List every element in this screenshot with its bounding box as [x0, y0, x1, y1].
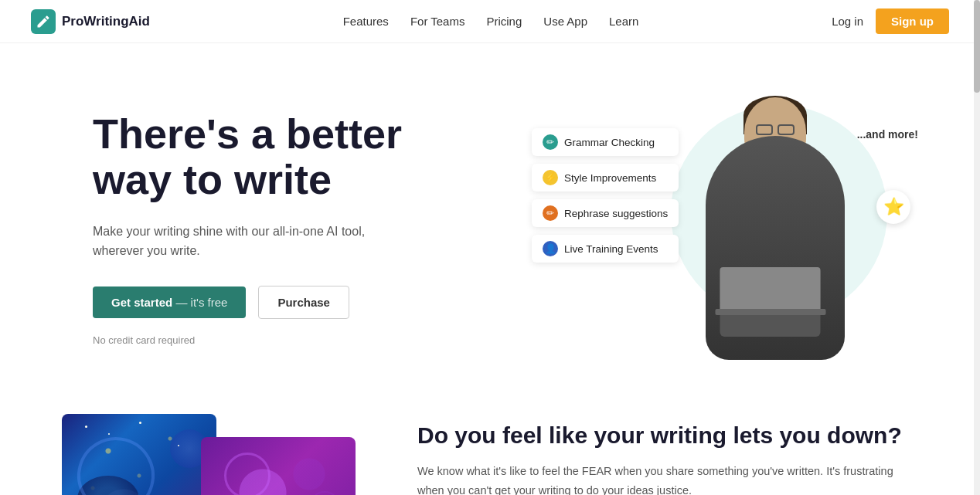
starry-night-image [62, 414, 216, 495]
hero-title: There's a better way to write [93, 111, 464, 203]
glasses-right [778, 124, 795, 135]
logo-icon [36, 14, 51, 29]
star-badge: ⭐ [876, 190, 910, 224]
glasses-left [756, 124, 773, 135]
feature-pill-rephrase: ✏ Rephrase suggestions [532, 199, 679, 227]
hero-note: No credit card required [93, 334, 464, 346]
get-started-button[interactable]: Get started — it's free [93, 286, 246, 318]
laptop-screen [720, 267, 821, 309]
signup-button[interactable]: Sign up [876, 8, 949, 34]
scrollbar-track[interactable] [974, 0, 980, 495]
second-section-title: Do you feel like your writing lets you d… [417, 422, 918, 449]
laptop-base [715, 309, 825, 315]
nav-links: Features For Teams Pricing Use App Learn [343, 15, 639, 28]
feature-pills: ✏ Grammar Checking ⚡ Style Improvements … [532, 128, 679, 263]
feature-pill-training: 👤 Live Training Events [532, 235, 679, 263]
purple-image [201, 437, 356, 495]
person-figure [663, 90, 887, 360]
second-section: My idea in my head Do you feel like your… [0, 398, 980, 495]
grammar-icon: ✏ [543, 134, 558, 150]
training-icon: 👤 [543, 241, 558, 256]
feature-pill-style: ⚡ Style Improvements [532, 164, 679, 192]
hero-subtitle: Make your writing shine with our all-in-… [93, 222, 386, 261]
nav-link-pricing[interactable]: Pricing [486, 15, 522, 28]
glasses [756, 124, 795, 135]
feature-label-grammar: Grammar Checking [564, 137, 655, 148]
nav-brand[interactable]: ProWritingAid [31, 9, 150, 34]
hero-title-line1: There's a better [93, 110, 402, 157]
nav-link-learn[interactable]: Learn [609, 15, 638, 28]
rephrase-icon: ✏ [543, 205, 558, 221]
navbar: ProWritingAid Features For Teams Pricing… [0, 0, 980, 43]
feature-label-training: Live Training Events [564, 243, 658, 255]
feature-label-style: Style Improvements [564, 172, 656, 184]
hero-section: There's a better way to write Make your … [0, 43, 980, 398]
feature-label-rephrase: Rephrase suggestions [564, 208, 668, 219]
style-icon: ⚡ [543, 170, 558, 185]
hero-text: There's a better way to write Make your … [93, 111, 464, 346]
brand-name: ProWritingAid [62, 14, 150, 29]
second-section-body: We know what it's like to feel the FEAR … [417, 462, 918, 495]
login-button[interactable]: Log in [832, 15, 863, 28]
scrollbar-thumb[interactable] [974, 0, 980, 93]
nav-actions: Log in Sign up [832, 8, 949, 34]
laptop-visual [720, 267, 821, 337]
nav-link-for-teams[interactable]: For Teams [410, 15, 465, 28]
nav-link-use-app[interactable]: Use App [543, 15, 587, 28]
second-images: My idea in my head [62, 414, 356, 495]
nav-logo [31, 9, 56, 34]
hero-title-line2: way to write [93, 156, 332, 202]
hero-illustration: ✏ Grammar Checking ⚡ Style Improvements … [532, 90, 934, 368]
hero-buttons: Get started — it's free Purchase [93, 286, 464, 319]
purchase-button[interactable]: Purchase [258, 286, 349, 319]
feature-pill-grammar: ✏ Grammar Checking [532, 128, 679, 156]
nav-link-features[interactable]: Features [343, 15, 389, 28]
second-text: Do you feel like your writing lets you d… [417, 414, 918, 495]
